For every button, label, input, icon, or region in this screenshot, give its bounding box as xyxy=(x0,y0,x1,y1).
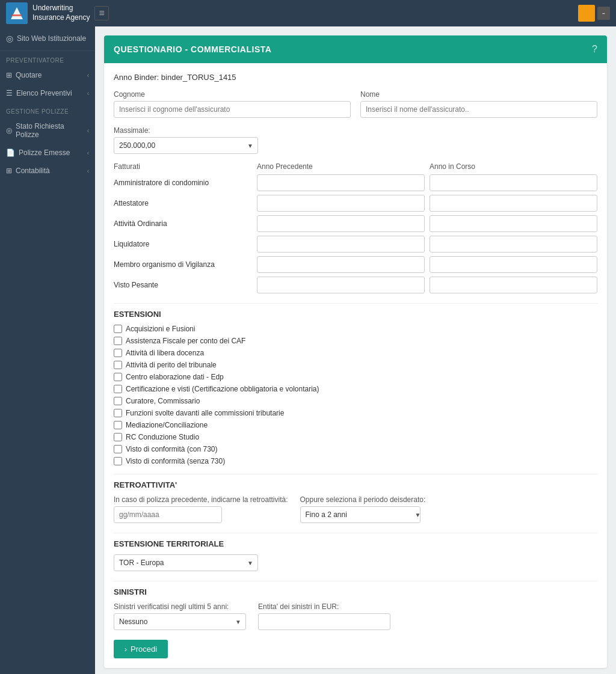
sinistri-section: SINISTRI Sinistri verificatisi negli ult… xyxy=(114,587,597,630)
est-terr-wrapper: TOR - Europa TOR - Mondo TOR - Italia ▼ xyxy=(114,554,258,571)
sidebar-site-link[interactable]: ◎ Sito Web Istituzionale xyxy=(0,26,95,51)
checkbox-certificazione[interactable]: Certificazione e visti (Certificazione o… xyxy=(114,385,597,393)
procedi-label: Procedi xyxy=(131,645,157,654)
attord-anno-prec-input[interactable] xyxy=(257,215,425,232)
chevron-right-icon: ‹ xyxy=(87,127,89,134)
est-terr-title: ESTENSIONE TERRITORIALE xyxy=(114,539,597,548)
cognome-nome-row: Cognome Nome xyxy=(114,90,597,118)
checkbox-acquisizioni[interactable]: Acquisizioni e Fusioni xyxy=(114,325,597,333)
checkbox-acquisizioni-input[interactable] xyxy=(114,325,122,333)
card-title: QUESTIONARIO - COMMERCIALISTA xyxy=(114,44,271,54)
sidebar-item-left: ☰ Elenco Preventivi xyxy=(6,89,72,97)
checkbox-centro-elaborazione[interactable]: Centro elaborazione dati - Edp xyxy=(114,373,597,381)
checkbox-rc-conduzione[interactable]: RC Conduzione Studio xyxy=(114,433,597,441)
att-anno-prec-input[interactable] xyxy=(257,195,425,212)
sidebar-item-elenco-preventivi[interactable]: ☰ Elenco Preventivi ‹ xyxy=(0,84,95,102)
arrow-icon: › xyxy=(125,645,127,654)
cognome-input[interactable] xyxy=(114,101,351,118)
estensioni-checkboxes: Acquisizioni e Fusioni Assistenza Fiscal… xyxy=(114,325,597,465)
sidebar-item-left: 📄 Polizze Emesse xyxy=(6,149,70,157)
checkbox-funzioni-svolte-input[interactable] xyxy=(114,409,122,417)
amm-anno-corso-input[interactable] xyxy=(430,174,597,191)
sidebar-item-polizze-emesse[interactable]: 📄 Polizze Emesse ‹ xyxy=(0,144,95,162)
checkbox-mediazione[interactable]: Mediazione/Conciliazione xyxy=(114,421,597,429)
checkbox-assistenza-fiscale[interactable]: Assistenza Fiscale per conto dei CAF xyxy=(114,337,597,345)
main-content: QUESTIONARIO - COMMERCIALISTA ? Anno Bin… xyxy=(95,26,616,674)
checkbox-libera-docenza[interactable]: Attività di libera docenza xyxy=(114,349,597,357)
checkbox-visto-conformita-730[interactable]: Visto di conformità (con 730) xyxy=(114,445,597,453)
checkbox-libera-docenza-input[interactable] xyxy=(114,349,122,357)
sidebar-item-stato-richiesta[interactable]: ◎ Stato Richiesta Polizze ‹ xyxy=(0,117,95,144)
mem-anno-corso-input[interactable] xyxy=(430,256,597,273)
nome-group: Nome xyxy=(360,90,597,118)
checkbox-curatore-input[interactable] xyxy=(114,397,122,405)
checkbox-certificazione-input[interactable] xyxy=(114,385,122,393)
anno-corso-col: Anno in Corso xyxy=(430,162,597,171)
est-terr-select[interactable]: TOR - Europa TOR - Mondo TOR - Italia xyxy=(114,554,258,571)
top-bar-right: - xyxy=(578,5,610,22)
help-icon[interactable]: ? xyxy=(592,44,597,55)
user-badge xyxy=(578,5,595,22)
list-icon: ☰ xyxy=(6,89,13,97)
retro-date-input[interactable] xyxy=(114,506,222,523)
checkbox-perito-tribunale[interactable]: Attività di perito del tribunale xyxy=(114,361,597,369)
card-body: Anno Binder: binder_TORUS_1415 Cognome N… xyxy=(104,63,607,668)
checkbox-centro-elaborazione-input[interactable] xyxy=(114,373,122,381)
liq-anno-prec-input[interactable] xyxy=(257,236,425,253)
nome-input[interactable] xyxy=(360,101,597,118)
chevron-right-icon: ‹ xyxy=(87,90,89,97)
checkbox-mediazione-input[interactable] xyxy=(114,421,122,429)
att-anno-corso-input[interactable] xyxy=(430,195,597,212)
estensioni-title: ESTENSIONI xyxy=(114,310,597,319)
sinistri-count-label: Sinistri verificatisi negli ultimi 5 ann… xyxy=(114,602,246,611)
checkbox-funzioni-svolte[interactable]: Funzioni svolte davanti alle commissioni… xyxy=(114,409,597,417)
checkbox-curatore[interactable]: Curatore, Commissario xyxy=(114,397,597,405)
dash-button[interactable]: - xyxy=(597,7,610,20)
mem-anno-prec-input[interactable] xyxy=(257,256,425,273)
sidebar-item-contabilita[interactable]: ⊞ Contabilità ‹ xyxy=(0,162,95,180)
checkbox-rc-conduzione-input[interactable] xyxy=(114,433,122,441)
visto-anno-prec-input[interactable] xyxy=(257,277,425,293)
divider xyxy=(114,533,597,533)
top-bar: Underwriting Insurance Agency ≡ - xyxy=(0,0,616,26)
menu-button[interactable]: ≡ xyxy=(94,6,108,20)
anno-binder-value: binder_TORUS_1415 xyxy=(161,73,236,82)
amm-anno-prec-input[interactable] xyxy=(257,174,425,191)
fatturati-section: Fatturati Anno Precedente Anno in Corso … xyxy=(114,162,597,293)
logo: Underwriting Insurance Agency xyxy=(6,2,90,24)
retro-periodo-label: Oppure seleziona il periodo deisderato: xyxy=(300,495,426,504)
checkbox-visto-730-input[interactable] xyxy=(114,445,122,453)
sinistri-entita-group: Entita' dei sinistri in EUR: xyxy=(258,602,390,630)
checkbox-assistenza-fiscale-input[interactable] xyxy=(114,337,122,345)
sidebar-label-elenco: Elenco Preventivi xyxy=(16,89,72,97)
retro-periodo-select[interactable]: Fino a 2 anni Fino a 3 anni Fino a 5 ann… xyxy=(300,506,420,523)
massimale-select-wrapper: 250.000,00 500.000,00 1.000.000,00 ▼ xyxy=(114,137,258,154)
massimale-label: Massimale: xyxy=(114,126,258,135)
visto-anno-corso-input[interactable] xyxy=(430,277,597,293)
procedi-button[interactable]: › Procedi xyxy=(114,640,168,658)
sidebar-label-polizze: Polizze Emesse xyxy=(19,149,70,157)
checkbox-perito-tribunale-input[interactable] xyxy=(114,361,122,369)
checkbox-visto-conformita-senza-730[interactable]: Visto di conformità (senza 730) xyxy=(114,457,597,465)
sidebar-site-label: Sito Web Istituzionale xyxy=(17,34,86,43)
checkbox-visto-senza-730-input[interactable] xyxy=(114,457,122,465)
sidebar-item-quotare[interactable]: ⊞ Quotare ‹ xyxy=(0,66,95,84)
massimale-group: Massimale: 250.000,00 500.000,00 1.000.0… xyxy=(114,126,258,154)
chevron-right-icon: ‹ xyxy=(87,72,89,79)
liq-anno-corso-input[interactable] xyxy=(430,236,597,253)
fatturati-row: Liquidatore xyxy=(114,236,597,253)
cognome-group: Cognome xyxy=(114,90,351,118)
massimale-select[interactable]: 250.000,00 500.000,00 1.000.000,00 xyxy=(114,137,258,154)
anno-precedente-col: Anno Precedente xyxy=(257,162,425,171)
retroattivita-row: In caso di polizza precedente, indicarne… xyxy=(114,495,597,523)
sinistri-row: Sinistri verificatisi negli ultimi 5 ann… xyxy=(114,602,597,630)
row-label-att: Attestatore xyxy=(114,199,252,207)
sinistri-entita-label: Entita' dei sinistri in EUR: xyxy=(258,602,390,611)
retro-date-label: In caso di polizza precedente, indicarne… xyxy=(114,495,288,504)
card-header: QUESTIONARIO - COMMERCIALISTA ? xyxy=(104,35,607,63)
fatturati-row: Visto Pesante xyxy=(114,277,597,293)
svg-rect-2 xyxy=(12,14,22,16)
sinistri-entita-input[interactable] xyxy=(258,613,390,630)
attord-anno-corso-input[interactable] xyxy=(430,215,597,232)
sinistri-select[interactable]: Nessuno 1 2 3 4 5+ xyxy=(114,613,246,630)
